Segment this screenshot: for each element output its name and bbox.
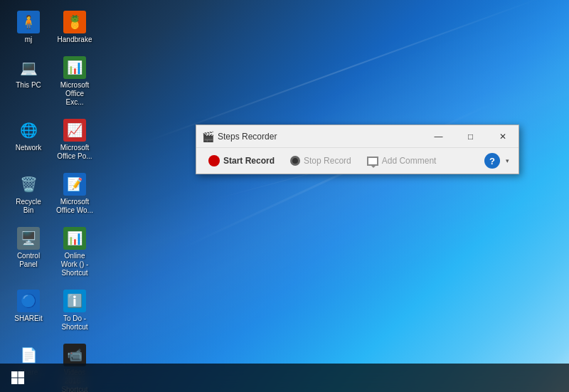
start-button[interactable] bbox=[0, 364, 36, 392]
stop-record-label: Stop Record bbox=[304, 156, 351, 166]
svg-rect-0 bbox=[11, 371, 18, 378]
icon-recycle-bin-image: 🗑️ bbox=[16, 172, 41, 198]
icon-excel[interactable]: 📊 Microsoft Office Exc... bbox=[53, 53, 96, 110]
icon-network[interactable]: 🌐 Network bbox=[7, 115, 50, 164]
svg-rect-1 bbox=[18, 371, 25, 378]
icon-mj-image: 🧍 bbox=[16, 10, 41, 36]
icon-control-panel[interactable]: 🖥️ Control Panel bbox=[7, 223, 50, 280]
icon-this-pc[interactable]: 💻 This PC bbox=[7, 53, 50, 110]
icon-todo-label: To Do - Shortcut bbox=[56, 314, 93, 332]
svg-rect-2 bbox=[11, 378, 18, 385]
icon-row-1: 💻 This PC 📊 Microsoft Office Exc... bbox=[7, 53, 96, 110]
icon-shareit-label: SHAREit bbox=[14, 314, 42, 323]
window-toolbar: Start Record Stop Record Add Comment ? ▾ bbox=[196, 148, 519, 174]
icon-row-4: 🖥️ Control Panel 📊 Online Work () - Shor… bbox=[7, 223, 96, 280]
svg-rect-3 bbox=[18, 378, 25, 385]
comment-icon bbox=[367, 157, 378, 166]
icon-word-label: Microsoft Office Wo... bbox=[56, 198, 93, 215]
icon-row-2: 🌐 Network 📈 Microsoft Office Po... bbox=[7, 115, 96, 164]
icon-powerpoint-image: 📈 bbox=[62, 118, 87, 144]
desktop: 🧍 mj 🍍 Handbrake 💻 This PC 📊 bbox=[0, 0, 569, 392]
start-record-button[interactable]: Start Record bbox=[202, 152, 281, 169]
stop-record-button[interactable]: Stop Record bbox=[284, 153, 358, 169]
icon-word[interactable]: 📝 Microsoft Office Wo... bbox=[53, 169, 96, 218]
icon-handbrake[interactable]: 🍍 Handbrake bbox=[53, 7, 96, 47]
desktop-icons-area: 🧍 mj 🍍 Handbrake 💻 This PC 📊 bbox=[7, 7, 96, 392]
icon-recycle-bin[interactable]: 🗑️ Recycle Bin bbox=[7, 169, 50, 218]
help-area: ? ▾ bbox=[484, 153, 513, 169]
stop-icon bbox=[290, 156, 300, 166]
window-titlebar: 🎬 Steps Recorder — □ ✕ bbox=[196, 125, 519, 148]
maximize-button[interactable]: □ bbox=[454, 125, 486, 148]
icon-row-3: 🗑️ Recycle Bin 📝 Microsoft Office Wo... bbox=[7, 169, 96, 218]
icon-online-work[interactable]: 📊 Online Work () - Shortcut bbox=[53, 223, 96, 280]
taskbar bbox=[0, 364, 569, 392]
icon-online-work-label: Online Work () - Shortcut bbox=[56, 252, 93, 277]
icon-mj[interactable]: 🧍 mj bbox=[7, 7, 50, 47]
icon-shareit-image: 🔵 bbox=[16, 289, 41, 314]
start-record-label: Start Record bbox=[223, 156, 275, 166]
icon-row-0: 🧍 mj 🍍 Handbrake bbox=[7, 7, 96, 47]
icon-excel-label: Microsoft Office Exc... bbox=[56, 81, 93, 107]
icon-powerpoint-label: Microsoft Office Po... bbox=[56, 144, 93, 161]
help-button[interactable]: ? bbox=[484, 153, 500, 169]
icon-powerpoint[interactable]: 📈 Microsoft Office Po... bbox=[53, 115, 96, 164]
icon-mj-label: mj bbox=[25, 36, 33, 44]
record-icon bbox=[208, 155, 220, 166]
icon-this-pc-label: This PC bbox=[16, 81, 41, 90]
window-app-icon: 🎬 bbox=[202, 131, 213, 142]
icon-handbrake-image: 🍍 bbox=[62, 10, 87, 36]
icon-todo[interactable]: ℹ️ To Do - Shortcut bbox=[53, 286, 96, 334]
add-comment-button[interactable]: Add Comment bbox=[361, 153, 443, 169]
windows-logo-icon bbox=[11, 371, 25, 385]
icon-control-panel-label: Control Panel bbox=[10, 252, 47, 269]
minimize-button[interactable]: — bbox=[422, 125, 454, 148]
icon-online-work-image: 📊 bbox=[62, 226, 87, 252]
icon-handbrake-label: Handbrake bbox=[58, 36, 92, 44]
icon-word-image: 📝 bbox=[62, 172, 87, 198]
close-button[interactable]: ✕ bbox=[486, 125, 519, 148]
icon-network-image: 🌐 bbox=[16, 118, 41, 144]
add-comment-label: Add Comment bbox=[382, 156, 437, 166]
icon-row-5: 🔵 SHAREit ℹ️ To Do - Shortcut bbox=[7, 286, 96, 334]
steps-recorder-window: 🎬 Steps Recorder — □ ✕ Start Record Stop… bbox=[196, 125, 519, 174]
icon-recycle-bin-label: Recycle Bin bbox=[10, 198, 47, 215]
dropdown-button[interactable]: ▾ bbox=[501, 153, 513, 169]
window-title: Steps Recorder bbox=[218, 132, 422, 142]
icon-excel-image: 📊 bbox=[62, 55, 87, 81]
icon-network-label: Network bbox=[16, 144, 42, 152]
icon-control-panel-image: 🖥️ bbox=[16, 226, 41, 252]
icon-todo-image: ℹ️ bbox=[62, 289, 87, 314]
icon-shareit[interactable]: 🔵 SHAREit bbox=[7, 286, 50, 334]
icon-this-pc-image: 💻 bbox=[16, 55, 41, 81]
window-controls: — □ ✕ bbox=[422, 125, 519, 147]
